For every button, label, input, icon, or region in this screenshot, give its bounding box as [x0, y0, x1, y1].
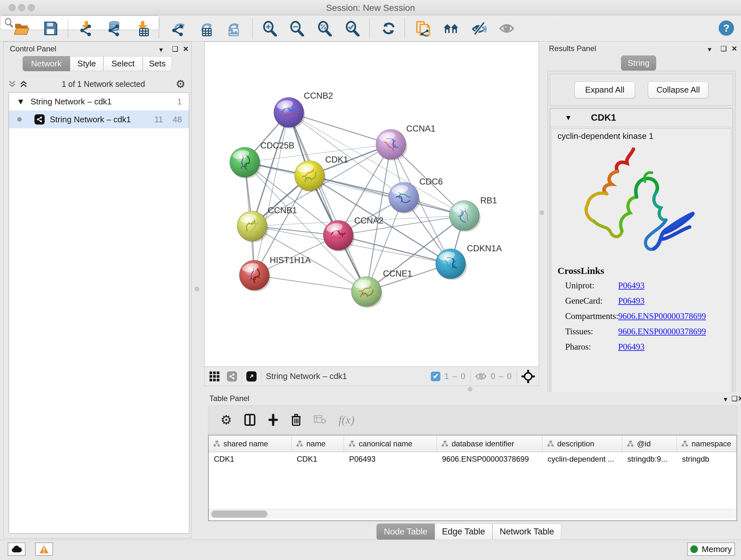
- column-header-name[interactable]: name: [292, 435, 344, 452]
- edge-HIST1H1A-CCNE1[interactable]: [254, 275, 366, 292]
- close-panel-icon[interactable]: ✕: [738, 395, 741, 403]
- string-actions: Expand All Collapse All: [550, 74, 733, 106]
- hide-selected-icon[interactable]: [470, 20, 487, 37]
- panel-menu-icon[interactable]: ▾: [708, 45, 711, 54]
- search-icon: [4, 18, 14, 27]
- column-header-namespace[interactable]: namespace: [677, 435, 737, 452]
- table-cell[interactable]: stringdb: [677, 455, 737, 463]
- network-collection-row[interactable]: ▼ String Network – cdk1 1: [9, 92, 189, 111]
- import-network-database-icon[interactable]: [107, 20, 123, 37]
- column-header-id[interactable]: @id: [622, 435, 677, 452]
- zoom-out-icon[interactable]: [288, 20, 305, 37]
- memory-button[interactable]: Memory: [687, 543, 735, 556]
- panel-menu-icon[interactable]: ▾: [159, 46, 163, 54]
- node-CDC6[interactable]: [389, 182, 420, 213]
- export-table-icon[interactable]: [198, 20, 214, 37]
- table-row[interactable]: CDK1CDK1P064939606.ENSP00000378699cyclin…: [209, 452, 737, 466]
- column-type-icon: [441, 440, 448, 447]
- edge-CCNB2-HIST1H1A[interactable]: [254, 112, 289, 275]
- warning-button[interactable]: [35, 543, 53, 556]
- collapse-triangle-icon[interactable]: ▼: [565, 114, 572, 122]
- node-CCNE1[interactable]: [351, 276, 383, 308]
- expand-all-button[interactable]: Expand All: [575, 81, 635, 98]
- column-header-description[interactable]: description: [542, 435, 622, 452]
- delete-column-trash-icon[interactable]: [291, 413, 301, 427]
- import-network-file-icon[interactable]: [78, 20, 95, 37]
- scrollbar-thumb[interactable]: [211, 510, 267, 517]
- column-header-sharedname[interactable]: shared name: [209, 435, 292, 452]
- zoom-fit-icon[interactable]: [316, 20, 333, 37]
- table-cell[interactable]: 9606.ENSP00000378699: [437, 455, 542, 463]
- crosslink-link[interactable]: P06493: [618, 342, 645, 352]
- node-HIST1H1A[interactable]: [239, 260, 271, 292]
- float-panel-icon[interactable]: ❑: [172, 45, 179, 53]
- zoom-in-icon[interactable]: [261, 20, 278, 37]
- tab-node-table[interactable]: Node Table: [377, 523, 434, 540]
- table-cell[interactable]: CDK1: [209, 455, 292, 463]
- table-settings-gear-icon[interactable]: ⚙: [220, 413, 232, 427]
- network-options-gear-icon[interactable]: ⚙: [176, 78, 185, 90]
- open-session-icon[interactable]: [13, 20, 30, 37]
- collapse-triangle-icon[interactable]: ▼: [17, 97, 25, 107]
- control-panel-tabs: NetworkStyleSelectSets: [23, 56, 172, 71]
- float-panel-icon[interactable]: ❑: [721, 45, 727, 53]
- export-image-icon[interactable]: [225, 20, 241, 37]
- node-RB1[interactable]: [449, 200, 481, 232]
- right-splitter-grip[interactable]: [540, 210, 544, 215]
- zoom-selected-icon[interactable]: [344, 20, 360, 37]
- table-cell[interactable]: stringdb:9...: [622, 455, 677, 463]
- network-row-selected[interactable]: String Network – cdk1 11 48: [9, 111, 189, 128]
- network-canvas[interactable]: CCNB2CCNA1CDC25BCDK1CDC6RB1CCNB1CCNA2CDK…: [204, 42, 539, 367]
- node-count: 11: [154, 115, 163, 125]
- string-badge-icon: [227, 371, 237, 381]
- table-cell[interactable]: cyclin-dependent ...: [542, 455, 622, 463]
- detach-view-icon[interactable]: [246, 371, 257, 381]
- node-CCNA1[interactable]: [376, 129, 407, 161]
- left-splitter-grip[interactable]: [195, 287, 199, 291]
- tab-string[interactable]: String: [621, 56, 656, 71]
- crosslink-link[interactable]: 9606.ENSP00000378699: [618, 327, 706, 336]
- help-button[interactable]: ?: [719, 20, 734, 36]
- refresh-icon[interactable]: [381, 20, 397, 37]
- tab-sets[interactable]: Sets: [143, 56, 172, 71]
- cloud-button[interactable]: [8, 543, 25, 556]
- tab-network[interactable]: Network: [23, 56, 70, 71]
- panel-menu-icon[interactable]: ▾: [724, 395, 727, 403]
- table-cell[interactable]: P06493: [344, 455, 437, 463]
- bottom-splitter-grip[interactable]: [468, 387, 472, 391]
- show-all-icon[interactable]: [498, 20, 515, 37]
- close-panel-icon[interactable]: ✕: [183, 45, 189, 53]
- import-table-file-icon[interactable]: [135, 20, 151, 37]
- column-header-canonicalname[interactable]: canonical name: [344, 435, 437, 452]
- crosslink-link[interactable]: P06493: [618, 296, 645, 306]
- tab-select[interactable]: Select: [104, 56, 143, 71]
- close-panel-icon[interactable]: ✕: [731, 45, 737, 53]
- node-CCNA2[interactable]: [323, 220, 354, 252]
- collapse-all-button[interactable]: Collapse All: [648, 81, 709, 98]
- node-table[interactable]: shared namenamecanonical namedatabase id…: [208, 435, 737, 521]
- table-horizontal-scrollbar[interactable]: [209, 509, 737, 518]
- tab-edge-table[interactable]: Edge Table: [434, 523, 492, 540]
- copy-network-icon[interactable]: [414, 20, 431, 37]
- hidden-eye-slash-icon: [475, 373, 487, 380]
- show-columns-icon[interactable]: [244, 414, 256, 426]
- homes-icon[interactable]: [443, 20, 459, 37]
- expand-all-icon[interactable]: [19, 80, 28, 88]
- crosshair-icon[interactable]: [522, 370, 535, 383]
- create-column-plus-icon[interactable]: [268, 414, 279, 426]
- crosslink-link[interactable]: 9606.ENSP00000378699: [618, 311, 706, 321]
- tab-network-table[interactable]: Network Table: [492, 523, 562, 540]
- birds-eye-grid-icon[interactable]: [209, 371, 220, 382]
- column-header-databaseidentifier[interactable]: database identifier: [437, 435, 542, 452]
- crosslink-link[interactable]: P06493: [618, 281, 645, 291]
- node-CDKN1A[interactable]: [435, 249, 467, 280]
- selected-nodes-checkbox[interactable]: ✔: [431, 372, 441, 381]
- table-cell[interactable]: CDK1: [292, 455, 344, 463]
- float-panel-icon[interactable]: ❑: [731, 395, 738, 403]
- collapse-all-icon[interactable]: [8, 80, 16, 88]
- node-CDC25B[interactable]: [230, 147, 261, 179]
- save-session-icon[interactable]: [42, 20, 59, 37]
- tab-style[interactable]: Style: [70, 56, 104, 71]
- export-network-icon[interactable]: [171, 20, 187, 37]
- node-CDK1[interactable]: [294, 161, 326, 192]
